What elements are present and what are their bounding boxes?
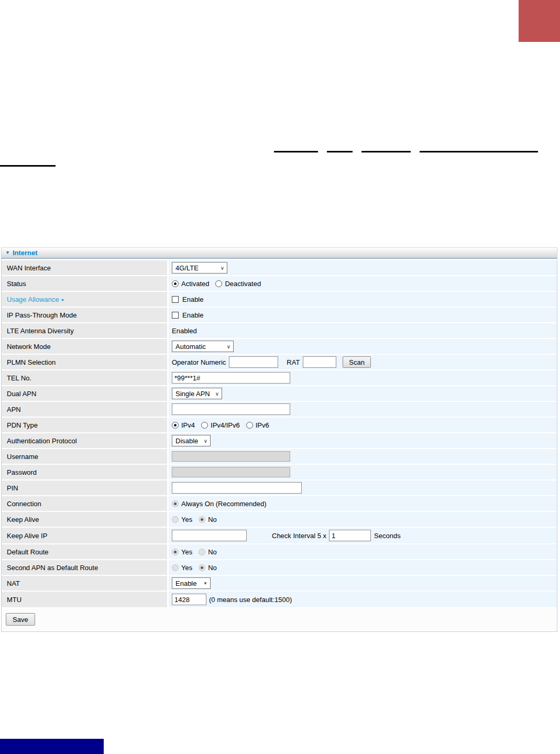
row-usage-allowance: Usage Allowance ▸ Enable [2,292,557,307]
field-label: Network Mode [7,343,51,351]
chevron-down-icon: ∨ [227,344,230,349]
radio-label: No [208,548,217,556]
link-label: Usage Allowance [7,296,59,303]
rat-label: RAT [287,358,300,366]
ip-pass-through-enable-checkbox[interactable] [172,312,179,319]
radio-label: Always On (Recommended) [181,500,267,508]
selected-value: Enable [175,580,196,587]
blank-underline [274,151,318,152]
field-label: Connection [7,500,41,508]
link-arrow-icon: ▸ [62,297,64,302]
selected-value: 4G/LTE [175,264,199,272]
radio-label: No [208,516,217,523]
blank-underline [420,151,538,152]
field-label: Dual APN [7,390,36,398]
radio-deactivated[interactable] [215,280,222,287]
field-label: Authentication Protocol [7,437,77,445]
radio-second-apn-no [199,564,205,571]
tel-no-input[interactable] [172,372,290,384]
selected-value: Disable [175,437,198,445]
field-label: Default Route [7,548,49,556]
radio-always-on [172,500,179,507]
blank-underline [361,151,411,152]
authentication-protocol-select[interactable]: Disable ∨ [172,435,211,446]
radio-label: IPv4/IPv6 [211,421,240,429]
radio-keep-alive-no [199,516,205,523]
radio-label: Yes [181,548,192,556]
rat-input[interactable] [303,356,336,368]
row-authentication-protocol: Authentication Protocol Disable ∨ [2,433,557,448]
field-label: LTE Antenna Diversity [7,327,74,335]
static-value: Enabled [172,327,197,335]
row-password: Password [2,465,557,479]
row-default-route: Default Route Yes No [2,544,557,559]
field-label: WAN Interface [7,264,51,272]
chevron-down-icon: ∨ [204,438,207,444]
apn-input[interactable] [172,403,290,415]
operator-numeric-input[interactable] [229,356,278,368]
radio-keep-alive-yes [172,516,179,523]
field-label: PIN [7,484,18,492]
row-second-apn-default-route: Second APN as Default Route Yes No [2,560,557,575]
radio-ipv6[interactable] [246,422,253,429]
top-right-decoration-block [519,0,560,42]
field-label: Password [7,468,37,476]
panel-title: Internet [13,249,38,257]
field-label: Status [7,280,26,288]
field-label: Keep Alive IP [7,532,47,540]
usage-allowance-enable-checkbox[interactable] [172,296,179,303]
row-keep-alive-ip: Keep Alive IP Check Interval 5 x Seconds [2,528,557,543]
usage-allowance-link[interactable]: Usage Allowance ▸ [7,296,64,303]
network-mode-select[interactable]: Automatic ∨ [172,341,234,352]
row-tel-no: TEL No. [2,370,557,385]
row-network-mode: Network Mode Automatic ∨ [2,339,557,354]
pin-input[interactable] [172,482,302,494]
username-input [172,451,290,462]
panel-header[interactable]: ▼ Internet [2,247,557,259]
radio-label: Deactivated [225,280,261,288]
mtu-input[interactable] [172,594,206,605]
row-username: Username [2,449,557,464]
wan-interface-select[interactable]: 4G/LTE ∨ [172,262,227,274]
keep-alive-ip-input[interactable] [172,530,247,541]
radio-label: IPv6 [256,421,269,429]
row-nat: NAT Enable ▼ [2,576,557,591]
selected-value: Automatic [175,343,206,351]
dual-apn-select[interactable]: Single APN ∨ [172,388,222,399]
mtu-hint: (0 means use default:1500) [209,596,292,604]
row-wan-interface: WAN Interface 4G/LTE ∨ [2,260,557,275]
nat-select[interactable]: Enable ▼ [172,577,211,589]
field-label: TEL No. [7,374,31,382]
check-interval-label: Check Interval 5 x [272,532,326,540]
save-row: Save [2,608,557,631]
radio-label: Yes [181,564,192,572]
operator-numeric-label: Operator Numeric [172,358,226,366]
collapse-triangle-icon: ▼ [5,250,10,255]
field-label: Username [7,453,38,461]
row-mtu: MTU (0 means use default:1500) [2,592,557,607]
row-apn: APN [2,402,557,417]
radio-activated[interactable] [172,280,179,287]
radio-default-route-yes [172,549,179,555]
scan-button[interactable]: Scan [343,356,371,368]
radio-label: Yes [181,516,192,523]
checkbox-label: Enable [182,296,203,303]
chevron-down-icon: ∨ [215,391,219,397]
blank-underline [327,151,353,152]
save-button[interactable]: Save [6,613,35,626]
radio-label: Activated [181,280,209,288]
radio-label: No [208,564,217,572]
radio-ipv4-ipv6[interactable] [201,422,208,429]
row-lte-antenna-diversity: LTE Antenna Diversity Enabled [2,323,557,338]
field-label: Second APN as Default Route [7,564,98,572]
field-label: MTU [7,596,21,604]
row-ip-pass-through: IP Pass-Through Mode Enable [2,308,557,322]
internet-panel: ▼ Internet WAN Interface 4G/LTE ∨ Status… [1,247,557,632]
radio-ipv4[interactable] [172,422,179,429]
check-interval-input[interactable] [329,530,371,541]
seconds-label: Seconds [374,532,401,540]
row-keep-alive: Keep Alive Yes No [2,512,557,527]
field-label: APN [7,406,21,413]
field-label: PLMN Selection [7,358,56,366]
chevron-down-icon: ∨ [221,265,224,271]
